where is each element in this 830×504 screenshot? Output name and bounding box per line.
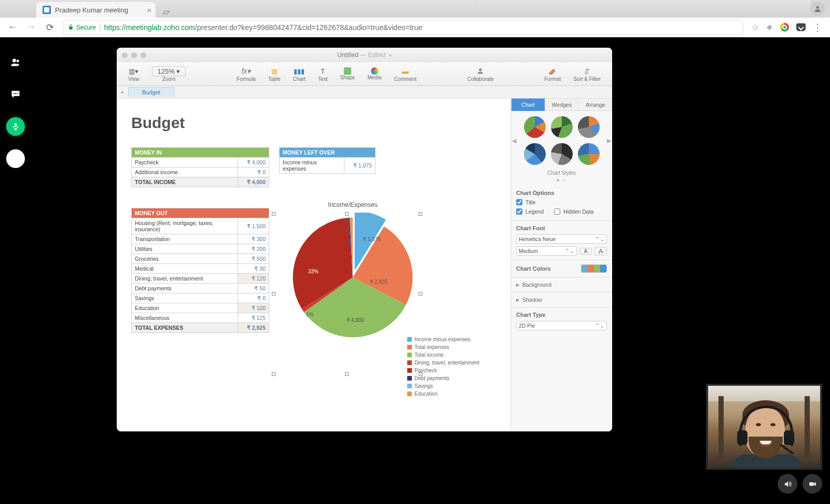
toolbar-format[interactable]: Format: [538, 66, 568, 82]
toolbar-collaborate[interactable]: Collaborate: [461, 66, 500, 82]
styles-pager[interactable]: ● ○: [511, 178, 612, 183]
inspector-tab-arrange[interactable]: Arrange: [578, 99, 612, 111]
app-close-icon[interactable]: [122, 52, 128, 58]
close-tab-icon[interactable]: ×: [147, 6, 151, 15]
option-title-checkbox[interactable]: Title: [516, 199, 607, 205]
toolbar-sort[interactable]: ⇵Sort & Filter: [567, 66, 607, 82]
chart-income-expenses[interactable]: Income/Expenses ₹ 1,075 ₹ 2,925 ₹ 4,000 …: [275, 201, 431, 342]
table-money-left[interactable]: MONEY LEFT OVER Income minus expenses₹ 1…: [279, 147, 376, 174]
table-row[interactable]: Savings₹ 0: [132, 293, 269, 303]
chart-style-swatch[interactable]: [578, 143, 600, 165]
app-minimize-icon[interactable]: [131, 52, 137, 58]
table-row[interactable]: Groceries₹ 500: [132, 254, 269, 264]
legend-item: Dining, travel, entertainment: [407, 359, 479, 367]
toolbar-view[interactable]: ▥▾ View: [122, 66, 146, 82]
sheet-tab-budget[interactable]: Budget: [128, 87, 174, 97]
chrome-icon[interactable]: [780, 23, 789, 32]
styles-prev-icon[interactable]: ◀: [512, 137, 516, 144]
toolbar-text[interactable]: TText: [312, 66, 334, 82]
chart-colors-well[interactable]: [581, 264, 607, 273]
table-row[interactable]: Debt payments₹ 50: [132, 284, 269, 293]
option-hidden-checkbox[interactable]: Hidden Data: [554, 208, 593, 215]
table-row[interactable]: Transportation₹ 300: [132, 234, 269, 244]
inspector-tab-wedges[interactable]: Wedges: [545, 99, 578, 111]
bookmark-icon[interactable]: ☆: [752, 22, 759, 32]
speaker-button[interactable]: [778, 474, 797, 494]
table-row[interactable]: Dining, travel, entertainment₹ 120: [132, 274, 269, 284]
svg-rect-8: [809, 482, 814, 485]
url-path: /presenter.do?key=9988042477&cid=1262678…: [195, 23, 422, 32]
table-row[interactable]: Paycheck₹ 4,000: [132, 158, 269, 167]
profile-icon[interactable]: [810, 2, 825, 16]
browser-menu-icon[interactable]: ⋮: [813, 22, 823, 33]
toolbar-media[interactable]: Media: [361, 67, 388, 80]
secure-badge: Secure: [68, 24, 96, 31]
chart-type-select[interactable]: 2D Pie⌃⌄: [516, 321, 607, 330]
chat-button[interactable]: [6, 85, 25, 104]
font-larger-button[interactable]: A: [594, 247, 607, 256]
styles-next-icon[interactable]: ▶: [607, 137, 611, 144]
record-button[interactable]: [6, 149, 25, 168]
svg-rect-6: [15, 123, 17, 127]
title-menu-icon[interactable]: ▾: [389, 53, 392, 58]
chart-style-swatch[interactable]: [551, 143, 573, 165]
address-bar[interactable]: Secure | https://meetinglab.zoho.com/pre…: [63, 20, 743, 35]
font-weight-select[interactable]: Medium⌃⌄: [516, 246, 577, 256]
font-smaller-button[interactable]: A: [579, 248, 592, 255]
toolbar-formula[interactable]: fx▾Formula: [230, 66, 262, 82]
svg-point-1: [12, 59, 16, 62]
toolbar: ▥▾ View 125% ▾ Zoom fx▾Formula ▦Table ▮▮…: [117, 62, 612, 86]
svg-point-7: [479, 68, 482, 71]
table-money-out[interactable]: MONEY OUT Housing (Rent, mortgage, taxes…: [131, 208, 269, 333]
document-title: Untitled: [337, 51, 358, 59]
toolbar-chart[interactable]: ▮▮▮Chart: [287, 66, 312, 82]
table-row[interactable]: Miscellaneous₹ 125: [132, 313, 269, 323]
option-legend-checkbox[interactable]: Legend: [516, 208, 544, 215]
browser-tab[interactable]: Pradeep Kumar meeting ×: [36, 2, 156, 18]
browser-chrome: Pradeep Kumar meeting × ▱ ← → ⟳ Secure |…: [0, 0, 830, 37]
inspector-tab-chart[interactable]: Chart: [511, 99, 545, 111]
shadow-expander[interactable]: ▶Shadow: [516, 297, 607, 303]
sheet-tabs: + Budget: [117, 86, 612, 99]
table-row[interactable]: Housing (Rent, mortgage, taxes, insuranc…: [132, 218, 269, 234]
toolbar-comment[interactable]: ▬Comment: [388, 66, 423, 82]
table-row[interactable]: Medical₹ 30: [132, 264, 269, 274]
chart-style-swatch[interactable]: [524, 143, 546, 165]
svg-point-5: [17, 93, 18, 94]
presenter-video[interactable]: [706, 384, 822, 470]
window-titlebar: Untitled — Edited ▾: [117, 48, 612, 62]
new-tab-button[interactable]: ▱: [160, 5, 172, 18]
meeting-sidebar: [0, 37, 31, 504]
table-row[interactable]: Education₹ 100: [132, 303, 269, 313]
chart-style-swatch[interactable]: [551, 116, 573, 138]
table-row[interactable]: Additional income₹ 0: [132, 167, 269, 177]
inspector-panel: Chart Wedges Arrange ◀ ▶ Chart Styles ● …: [510, 99, 612, 431]
camera-button[interactable]: [803, 474, 822, 494]
participants-button[interactable]: [6, 53, 25, 72]
back-icon[interactable]: ←: [7, 22, 18, 33]
reload-icon[interactable]: ⟳: [45, 22, 55, 33]
table-row[interactable]: Income minus expenses₹ 1,075: [280, 158, 376, 174]
extension-icon[interactable]: ❖: [766, 23, 773, 32]
toolbar-table[interactable]: ▦Table: [262, 66, 287, 82]
background-expander[interactable]: ▶Background: [516, 282, 607, 288]
microphone-button[interactable]: [6, 117, 25, 136]
font-family-select[interactable]: Helvetica Neue⌃⌄: [516, 234, 607, 244]
app-zoom-icon[interactable]: [141, 52, 146, 58]
toolbar-shape[interactable]: Shape: [334, 67, 361, 80]
legend-item: Total expenses: [407, 343, 479, 351]
favicon-icon: [43, 6, 51, 14]
chart-style-swatch[interactable]: [578, 116, 600, 138]
tab-title: Pradeep Kumar meeting: [55, 6, 128, 14]
toolbar-zoom[interactable]: 125% ▾ Zoom: [146, 66, 192, 82]
table-row[interactable]: Utilities₹ 200: [132, 244, 269, 254]
legend-item: Paycheck: [407, 367, 479, 374]
pocket-icon[interactable]: [796, 23, 806, 31]
page-title: Budget: [131, 114, 501, 132]
table-money-in[interactable]: MONEY IN Paycheck₹ 4,000Additional incom…: [131, 147, 269, 187]
chart-style-swatch[interactable]: [524, 116, 546, 138]
presentation-stage: Untitled — Edited ▾ ▥▾ View 125% ▾ Zoom …: [31, 37, 830, 504]
forward-icon[interactable]: →: [26, 22, 36, 33]
add-sheet-button[interactable]: +: [117, 89, 128, 95]
url-origin: https://meetinglab.zoho.com: [104, 23, 195, 32]
